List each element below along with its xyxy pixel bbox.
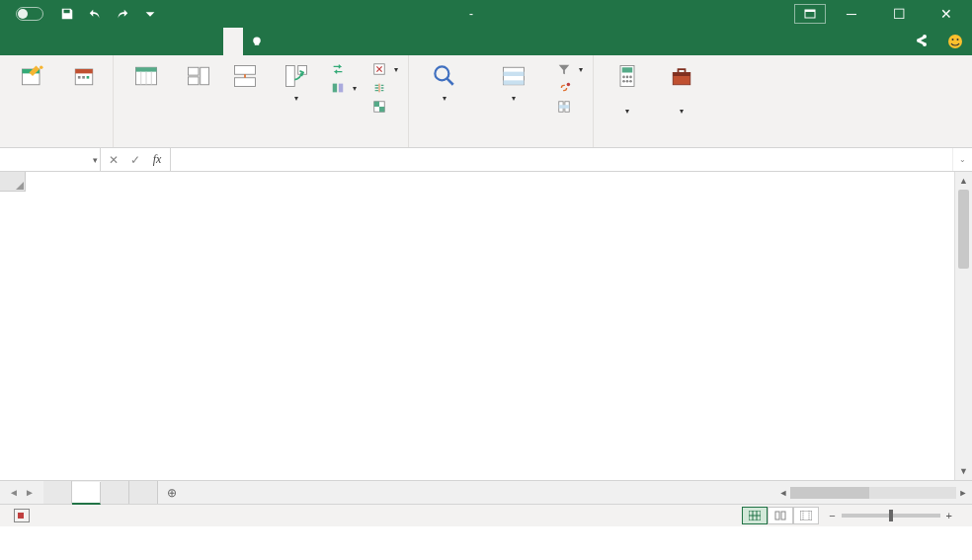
tab-review[interactable] — [124, 28, 144, 55]
ribbon-tabs — [0, 28, 972, 55]
autosave-toggle[interactable] — [12, 7, 43, 21]
share-button[interactable] — [905, 28, 938, 55]
maximize-button[interactable]: ☐ — [877, 0, 921, 28]
svg-rect-15 — [189, 67, 200, 75]
vertical-scrollbar[interactable]: ▲ ▼ — [954, 172, 972, 480]
group-label-datetime — [6, 143, 107, 147]
minimize-button[interactable]: ─ — [830, 0, 873, 28]
select-by-value-color-button[interactable]: ▾ — [476, 58, 551, 105]
tab-formulas[interactable] — [85, 28, 105, 55]
delete-blanks-button[interactable]: ▾ — [368, 60, 402, 78]
tab-developer[interactable] — [164, 28, 184, 55]
select-by-icon — [498, 60, 529, 92]
zoom-out-button[interactable]: − — [829, 510, 835, 521]
cancel-formula-button[interactable]: ✕ — [103, 153, 124, 167]
scroll-down-button[interactable]: ▼ — [955, 462, 972, 480]
svg-rect-49 — [800, 511, 812, 520]
sheet-tab-subtract[interactable] — [72, 482, 101, 505]
calculate-button[interactable]: ▾ — [600, 58, 655, 118]
svg-point-39 — [626, 76, 629, 79]
svg-rect-20 — [286, 66, 295, 87]
tab-ablebits-tools[interactable] — [223, 28, 243, 55]
svg-rect-11 — [82, 76, 85, 79]
tab-page-layout[interactable] — [65, 28, 85, 55]
svg-rect-17 — [201, 67, 209, 85]
find-and-replace-button[interactable]: ▾ — [415, 58, 474, 105]
scroll-up-button[interactable]: ▲ — [955, 172, 972, 190]
svg-point-2 — [948, 35, 962, 48]
feedback-smile-button[interactable] — [938, 28, 972, 55]
qat-customize-button[interactable] — [138, 2, 162, 26]
name-box[interactable]: ▾ — [0, 148, 101, 171]
view-page-break-button[interactable] — [793, 507, 819, 524]
svg-rect-37 — [622, 67, 633, 72]
horizontal-scrollbar[interactable]: ◄► — [774, 481, 972, 504]
tab-view[interactable] — [144, 28, 164, 55]
formula-bar-expand-button[interactable]: ⌄ — [952, 148, 972, 171]
find-broken-links-button[interactable] — [553, 79, 587, 97]
zoom-control[interactable]: − + — [829, 510, 966, 521]
vscroll-thumb[interactable] — [958, 190, 969, 269]
cards-icon — [183, 60, 214, 92]
tab-help[interactable] — [184, 28, 203, 55]
sheet-tab-difference[interactable] — [101, 481, 129, 504]
save-button[interactable] — [55, 2, 79, 26]
tell-me-search[interactable] — [243, 28, 275, 55]
toolbox-icon — [666, 60, 697, 92]
sync-selection-button[interactable] — [553, 98, 587, 116]
titlebar: - ─ ☐ ✕ — [0, 0, 972, 28]
cells-area[interactable] — [26, 192, 954, 480]
utilities-button[interactable]: ▾ — [657, 58, 706, 118]
date-time-wizard-button[interactable] — [6, 58, 59, 96]
insert-function-button[interactable]: fx — [146, 152, 168, 167]
svg-point-7 — [40, 66, 43, 70]
enter-formula-button[interactable]: ✓ — [124, 153, 146, 167]
zoom-slider[interactable] — [842, 514, 940, 518]
tab-insert[interactable] — [45, 28, 65, 55]
ribbon-display-options-button[interactable] — [794, 4, 826, 24]
sheet-nav[interactable]: ◄► — [0, 481, 43, 504]
statusbar: − + — [0, 504, 972, 526]
svg-point-43 — [629, 80, 632, 83]
formula-input[interactable] — [171, 148, 952, 171]
fill-blank-cells-button[interactable] — [368, 98, 402, 116]
zoom-in-button[interactable]: + — [946, 510, 952, 521]
sheet-tab-add-time[interactable] — [129, 481, 158, 504]
unpivot-table-button[interactable] — [120, 58, 173, 96]
create-cards-button[interactable] — [175, 58, 222, 96]
svg-rect-19 — [235, 78, 256, 87]
redo-button[interactable] — [111, 2, 134, 26]
close-button[interactable]: ✕ — [925, 0, 968, 28]
transpose-button[interactable]: ▾ — [268, 58, 325, 105]
split-table-button[interactable] — [224, 58, 266, 96]
hscroll-thumb[interactable] — [790, 487, 869, 499]
swap-button[interactable] — [327, 60, 361, 78]
view-normal-button[interactable] — [742, 507, 768, 524]
column-headers[interactable] — [26, 172, 954, 192]
split-names-button[interactable] — [368, 79, 402, 97]
new-sheet-button[interactable]: ⊕ — [158, 481, 186, 504]
svg-rect-45 — [673, 73, 690, 77]
svg-rect-48 — [781, 512, 785, 520]
svg-rect-47 — [775, 512, 779, 520]
spreadsheet-grid[interactable]: ▲ ▼ — [0, 172, 972, 480]
date-picker-button[interactable] — [61, 58, 107, 96]
filter-button[interactable]: ▾ — [553, 60, 587, 78]
macro-record-icon[interactable] — [14, 509, 30, 522]
svg-rect-18 — [235, 66, 256, 75]
tab-file[interactable] — [6, 28, 26, 55]
svg-rect-23 — [339, 84, 343, 93]
sheet-tab-add[interactable] — [43, 481, 72, 504]
transpose-icon — [281, 60, 312, 92]
tab-data[interactable] — [105, 28, 124, 55]
select-all-corner[interactable] — [0, 172, 26, 192]
flip-button[interactable]: ▾ — [327, 79, 361, 97]
calculator-icon — [611, 60, 643, 92]
view-page-layout-button[interactable] — [768, 507, 793, 524]
svg-point-38 — [622, 76, 625, 79]
tab-ablebits-data[interactable] — [203, 28, 223, 55]
chevron-down-icon: ▾ — [93, 155, 98, 165]
svg-rect-9 — [75, 69, 93, 73]
undo-button[interactable] — [83, 2, 107, 26]
tab-home[interactable] — [26, 28, 45, 55]
